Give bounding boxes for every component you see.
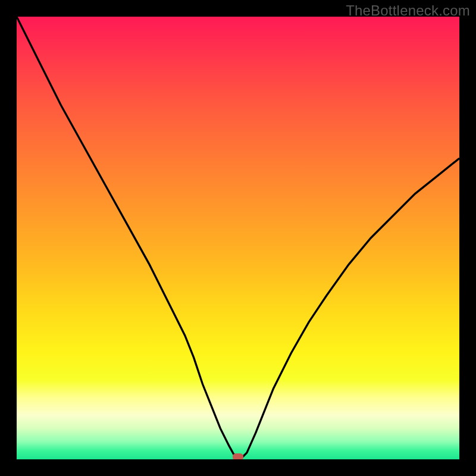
plot-area [17,17,459,459]
optimal-point-marker [233,453,243,459]
bottleneck-curve [17,17,459,459]
chart-frame: TheBottleneck.com [0,0,476,476]
watermark-text: TheBottleneck.com [346,2,470,19]
